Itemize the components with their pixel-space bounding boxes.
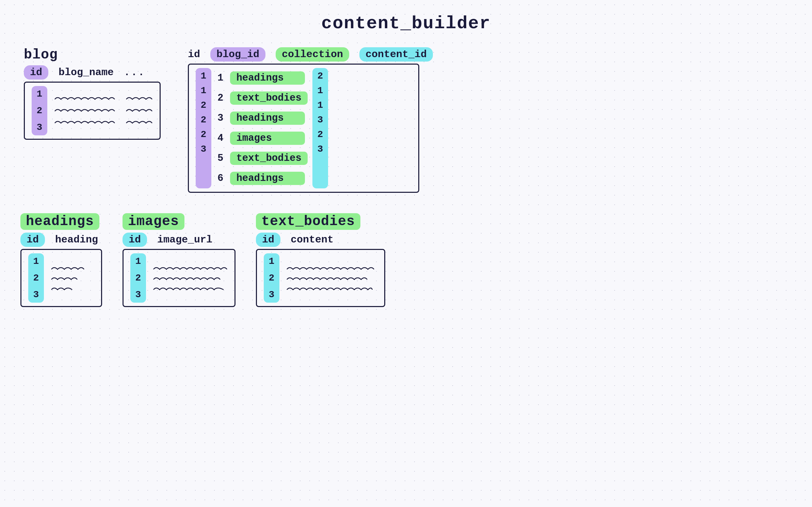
cb-collection-header: collection — [276, 47, 349, 62]
cb-row-3-collection: headings — [230, 112, 305, 125]
blog-row-2-name-scribble — [54, 106, 115, 115]
cb-row-1-collection: headings — [230, 71, 305, 85]
content-builder-table: id blog_id collection content_id 1 1 2 2… — [188, 47, 433, 193]
text-bodies-table: text_bodies id content 1 2 3 — [256, 213, 385, 307]
textbodies-column-headers: id content — [256, 233, 334, 247]
blog-id-header: id — [24, 65, 48, 80]
images-row-content — [153, 253, 228, 303]
cb-row-4-collection: images — [230, 132, 305, 145]
blog-row-1 — [54, 95, 153, 103]
cb-middle-rows: 1 headings 2 text_bodies 3 headings 4 im… — [217, 68, 308, 188]
headings-table-label: headings — [20, 213, 99, 230]
cb-id-header: id — [188, 49, 200, 60]
bottom-section: headings id heading 1 2 3 — [14, 213, 798, 307]
cb-table-box: 1 1 2 2 2 3 1 headings 2 text_bodies — [188, 64, 419, 193]
blog-row-3-id: 3 — [37, 122, 43, 133]
cb-row-2-collection: text_bodies — [230, 91, 307, 105]
textbodies-id-column: 1 2 3 — [264, 253, 279, 303]
text-bodies-table-box: 1 2 3 — [256, 249, 385, 307]
cb-blog-id-column: 1 1 2 2 2 3 — [196, 68, 211, 188]
images-url-header: image_url — [157, 234, 212, 246]
textbodies-row-2 — [286, 275, 375, 282]
blog-name-header: blog_name — [59, 67, 114, 78]
images-row-3 — [153, 285, 228, 292]
headings-id-column: 1 2 3 — [28, 253, 44, 303]
headings-table: headings id heading 1 2 3 — [20, 213, 102, 307]
blog-row-3-name-scribble — [54, 118, 115, 127]
cb-row-5-id: 5 — [217, 153, 223, 164]
blog-table-box: 1 2 3 — [24, 82, 161, 140]
images-id-column: 1 2 3 — [130, 253, 146, 303]
textbodies-row-1 — [286, 265, 375, 271]
cb-row-6: 6 headings — [217, 168, 308, 188]
blog-row-1-id: 1 — [37, 89, 43, 99]
images-column-headers: id image_url — [123, 233, 212, 247]
blog-row-2 — [54, 106, 153, 115]
images-table: images id image_url 1 2 3 — [123, 213, 236, 307]
blog-id-column: 1 2 3 — [32, 86, 47, 135]
textbodies-row-3 — [286, 285, 375, 292]
blog-table: blog id blog_name ... 1 2 3 — [24, 47, 161, 140]
cb-content-id-header: content_id — [359, 47, 433, 62]
cb-row-5: 5 text_bodies — [217, 148, 308, 168]
blog-row-2-id: 2 — [37, 105, 43, 116]
page-title: content_builder — [14, 14, 798, 34]
headings-row-2 — [51, 275, 85, 282]
textbodies-content-header: content — [291, 234, 334, 246]
cb-blog-id-header: blog_id — [210, 47, 265, 62]
images-id-header: id — [123, 233, 147, 247]
cb-row-6-id: 6 — [217, 173, 223, 184]
blog-row-1-name-scribble — [54, 95, 115, 103]
blog-column-headers: id blog_name ... — [24, 65, 145, 80]
cb-row-2-id: 2 — [217, 92, 223, 104]
headings-row-1 — [51, 265, 85, 271]
textbodies-row-content — [286, 253, 375, 303]
blog-row-1-extra-scribble — [126, 95, 153, 103]
blog-row-3 — [54, 118, 153, 127]
headings-table-box: 1 2 3 — [20, 249, 102, 307]
cb-row-4-id: 4 — [217, 133, 223, 144]
top-section: blog id blog_name ... 1 2 3 — [14, 47, 798, 193]
headings-heading-header: heading — [55, 234, 98, 246]
blog-row-2-extra-scribble — [126, 106, 153, 115]
headings-row-3 — [51, 285, 85, 292]
images-row-1 — [153, 265, 228, 271]
cb-row-3-id: 3 — [217, 113, 223, 124]
headings-row-content — [51, 253, 85, 303]
cb-row-5-collection: text_bodies — [230, 152, 307, 165]
headings-id-header: id — [20, 233, 45, 247]
textbodies-id-header: id — [256, 233, 280, 247]
cb-row-1: 1 headings — [217, 68, 308, 88]
text-bodies-table-label: text_bodies — [256, 213, 360, 230]
cb-row-1-id: 1 — [217, 72, 223, 84]
cb-row-2: 2 text_bodies — [217, 88, 308, 108]
cb-row-6-collection: headings — [230, 172, 305, 185]
images-table-label: images — [123, 213, 184, 230]
headings-column-headers: id heading — [20, 233, 98, 247]
cb-column-headers: id blog_id collection content_id — [188, 47, 433, 62]
blog-table-label: blog — [24, 47, 58, 63]
images-table-box: 1 2 3 — [123, 249, 236, 307]
blog-dots-header: ... — [124, 67, 145, 78]
cb-row-4: 4 images — [217, 128, 308, 148]
images-row-2 — [153, 275, 228, 282]
blog-row-content — [54, 86, 153, 135]
cb-row-3: 3 headings — [217, 108, 308, 128]
blog-row-3-extra-scribble — [126, 118, 153, 127]
cb-content-id-column: 2 1 1 3 2 3 — [312, 68, 328, 188]
